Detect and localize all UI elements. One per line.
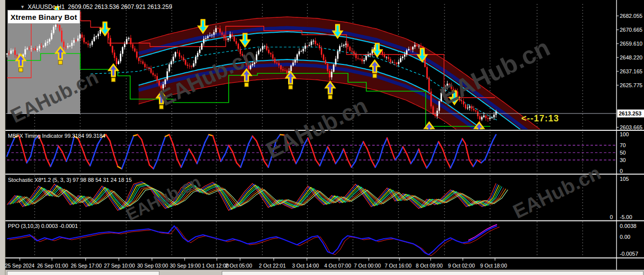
price-scale-label: 2670.665 xyxy=(620,27,643,33)
ohlc-open: 2609.052 xyxy=(68,3,93,10)
mbfx-scale-label: 30 xyxy=(620,157,626,163)
ohlc-close: 2613.259 xyxy=(148,3,172,10)
price-scale-label: 2682.055 xyxy=(620,13,643,19)
time-axis-label: 26 Sep 17:00 xyxy=(71,263,101,269)
bottom-subwindow-2[interactable] xyxy=(222,271,644,275)
time-axis-label: 26 Sep 01:00 xyxy=(37,263,68,269)
stochastic-panel-label: Stochastic X8*1.2 (5, 3, 3) 97 98 88 54 … xyxy=(8,177,132,183)
time-axis-label: 27 Sep 10:00 xyxy=(104,263,135,269)
ppo-signal-line xyxy=(9,227,499,256)
entry-square-icon xyxy=(477,136,481,140)
time-axis-label: 30 Sep 19:00 xyxy=(170,263,200,269)
time-axis-label: 9 Oct 02:00 xyxy=(448,263,475,269)
entry-square-icon xyxy=(19,68,23,72)
entry-square-icon xyxy=(328,95,332,99)
gray-overlay-box xyxy=(7,24,80,114)
price-scale-label: 2637.165 xyxy=(620,68,643,74)
time-remaining-callout: <--17:13 xyxy=(521,113,559,124)
trading-terminal-window: ▼ XAUUSDc,H1 2609.052 2613.536 2607.921 … xyxy=(0,0,644,275)
ppo-scale-label: 0.00 xyxy=(620,234,630,240)
time-axis-label: 7 Oct 00:00 xyxy=(354,263,381,269)
ppo-panel-layer xyxy=(7,221,583,257)
stoch-scale-label: 0 xyxy=(610,214,613,220)
mbfx-scale-label: 50 xyxy=(620,150,626,156)
window-left-border xyxy=(0,0,5,275)
ea-name-label: Xtreme Binary Bot xyxy=(10,13,77,21)
entry-square-icon xyxy=(58,60,62,64)
mbfx-scale-label: 0 xyxy=(620,168,623,174)
entry-square-icon xyxy=(427,136,431,140)
ppo-tail-line xyxy=(468,224,497,240)
entry-square-icon xyxy=(289,85,293,89)
entry-square-icon xyxy=(245,83,248,87)
time-axis-label: 2 Oct 22:01 xyxy=(259,263,286,269)
collapse-arrow-icon[interactable]: ▼ xyxy=(20,4,25,10)
ohlc-low: 2607.921 xyxy=(121,3,146,10)
sell-arrow-icon xyxy=(241,34,249,47)
price-scale-label: 2648.220 xyxy=(620,55,643,60)
ppo-panel-label: PPO (3,10,3) 0.0003 -0.0001 xyxy=(8,223,78,229)
main-panel-layer xyxy=(6,4,616,202)
ea-name-box: Xtreme Binary Bot xyxy=(7,10,80,24)
mbfx-scale-label: 100 xyxy=(620,131,629,137)
price-scale-label: 2625.775 xyxy=(620,82,643,88)
mbfx-scale-label: 70 xyxy=(620,142,626,148)
time-axis-label: 4 Oct 07:00 xyxy=(324,263,351,269)
window-bottom-bar xyxy=(5,270,644,275)
time-axis-label: 2 Oct 05:00 xyxy=(225,263,252,269)
ppo-scale-label: 0.0038 xyxy=(620,223,637,229)
chart-title: XAUUSDc,H1 2609.052 2613.536 2607.921 26… xyxy=(28,4,172,10)
symbol-period: XAUUSDc,H1 xyxy=(28,3,65,10)
time-axis-label: 9 Oct 18:00 xyxy=(480,263,507,269)
time-axis-label: 3 Oct 14:00 xyxy=(292,263,319,269)
price-scale-label: 2659.610 xyxy=(620,41,643,47)
entry-square-icon xyxy=(373,74,377,78)
stoch-scale-label: 105 xyxy=(620,176,629,182)
time-axis-label: 8 Oct 09:00 xyxy=(416,263,443,269)
ohlc-high: 2613.536 xyxy=(95,3,119,10)
time-axis-label: 25 Sep 2024 xyxy=(5,263,35,269)
bottom-subwindow-1[interactable] xyxy=(7,271,159,275)
time-axis-label: 7 Oct 16:00 xyxy=(385,263,411,269)
entry-square-icon xyxy=(159,105,163,109)
price-scale-label: 2603.665 xyxy=(620,124,643,130)
entry-square-icon xyxy=(111,78,115,82)
current-price-box: 2613.253 xyxy=(617,110,644,117)
buy-arrow-icon xyxy=(326,82,335,94)
ppo-scale-label: -0.0057 xyxy=(620,251,638,257)
time-axis-label: 30 Sep 03:00 xyxy=(137,263,168,269)
stoch-scale-label: -5.00 xyxy=(620,214,632,220)
mbfx-panel-label: MBFX Timing Indicator 99.3184 99.3184 xyxy=(8,133,105,139)
